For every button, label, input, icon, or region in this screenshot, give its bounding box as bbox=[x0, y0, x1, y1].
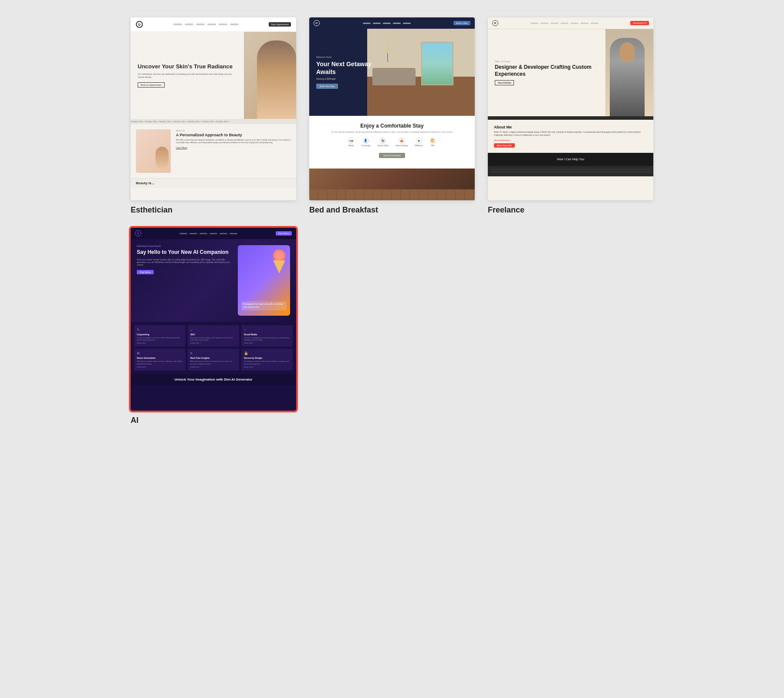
free-nav-links bbox=[531, 23, 598, 24]
bnb-nav-links bbox=[363, 23, 411, 24]
ai-service-secure-text: Your data is protected with industry-lea… bbox=[244, 360, 290, 364]
bnb-nav-link bbox=[383, 23, 391, 24]
ai-card-inner: Photographic ice cream cone with a choco… bbox=[241, 301, 287, 310]
bnb-amenities-btn: View All Amenities bbox=[379, 153, 405, 158]
bnb-preview[interactable]: D Book a Stay bbox=[309, 17, 475, 200]
free-logo: D bbox=[492, 20, 498, 26]
bnb-nav-link bbox=[363, 23, 371, 24]
bnb-icon-concierge-icon: 👤 bbox=[363, 138, 369, 144]
bnb-hero: Welcome Home Your Next Getaway Awaits St… bbox=[309, 29, 475, 116]
free-contact-btn: More About Me bbox=[494, 143, 515, 148]
ai-service-copywriting-text: Create compelling, on-brand content effo… bbox=[137, 337, 183, 341]
free-hero-image bbox=[605, 29, 653, 116]
est-nav-link bbox=[185, 24, 193, 25]
freelance-preview[interactable]: D Download CV Hello, I'm Sarah Designer … bbox=[488, 17, 653, 200]
bnb-hero-text: Welcome Home Your Next Getaway Awaits St… bbox=[309, 29, 384, 116]
bnb-floor-detail bbox=[309, 189, 475, 200]
esthetician-nav: D Book Appointment bbox=[131, 17, 296, 32]
card-bnb[interactable]: D Book a Stay bbox=[309, 17, 475, 215]
ai-bottom-text: Unlock Your Imagination with Divi AI Gen… bbox=[134, 378, 293, 381]
est-nav-link bbox=[196, 24, 205, 25]
free-hero: Hello, I'm Sarah Designer & Developer Cr… bbox=[488, 29, 653, 116]
bnb-label: Bed and Breakfast bbox=[309, 206, 475, 215]
ai-service-copywriting-icon: ✎ bbox=[137, 328, 141, 332]
ai-service-automation-link: Learn more → bbox=[137, 366, 183, 368]
bnb-icon-events-icon: 🎪 bbox=[399, 138, 405, 144]
est-hero-title: Uncover Your Skin's True Radiance bbox=[138, 63, 237, 71]
free-nav-link bbox=[561, 23, 568, 24]
ai-service-social-title: Social Media bbox=[244, 333, 290, 336]
est-nav-link bbox=[207, 24, 216, 25]
esthetician-preview[interactable]: D Book Appointment Uncover Your Skin's T… bbox=[131, 17, 296, 200]
ai-service-insights-icon: ≡ bbox=[190, 351, 195, 356]
est-hero-sub: Our esthetician services are dedicated t… bbox=[138, 73, 237, 79]
ai-nav-link bbox=[210, 233, 217, 234]
free-about-title: About Me bbox=[494, 125, 647, 129]
bnb-hero-btn: Book Your Stay bbox=[316, 84, 338, 89]
ai-ice-cone bbox=[273, 260, 285, 273]
free-nav-btn: Download CV bbox=[630, 21, 649, 25]
ai-nav-links bbox=[179, 233, 237, 234]
ai-nav-link bbox=[179, 233, 187, 234]
est-section-image bbox=[136, 129, 171, 173]
bnb-nav: D Book a Stay bbox=[309, 17, 475, 29]
est-nav-link bbox=[173, 24, 182, 25]
ai-service-automation-title: Smart Automation bbox=[137, 357, 183, 359]
ai-service-insights-text: Make data-driven decisions instantly wit… bbox=[190, 360, 237, 364]
free-hero-btn: View Portfolio bbox=[495, 80, 514, 85]
free-nav-link bbox=[541, 23, 548, 24]
bnb-icon-wellness-icon: ♥ bbox=[416, 138, 422, 144]
ai-nav-link bbox=[220, 233, 227, 234]
ai-service-social-icon: ↑ bbox=[244, 328, 248, 332]
ai-service-social-link: Learn more → bbox=[244, 342, 290, 344]
bnb-room-lamp bbox=[383, 46, 392, 77]
bnb-room-window bbox=[421, 42, 453, 85]
ai-service-seo: ⌕ SEO Boost your search rankings with op… bbox=[188, 325, 239, 347]
esthetician-label: Esthetician bbox=[131, 206, 296, 215]
ai-service-automation-text: Streamline repetitive tasks and boost ef… bbox=[137, 360, 183, 364]
bnb-nav-link bbox=[393, 23, 401, 24]
bnb-icon-meals-label: Meals bbox=[348, 145, 354, 147]
ai-service-copywriting-title: Copywriting bbox=[137, 333, 183, 336]
ai-nav-link bbox=[230, 233, 237, 234]
bnb-icon-store-label: Central Store bbox=[377, 145, 389, 147]
ai-service-seo-text: Boost your search rankings with optimize… bbox=[190, 337, 237, 341]
est-section-link: Learn More bbox=[176, 146, 291, 149]
bnb-hero-title: Your Next Getaway Awaits bbox=[316, 60, 377, 76]
est-hero-face bbox=[257, 40, 296, 119]
card-ai[interactable]: D Free Demo Delivering Accurate Results … bbox=[131, 228, 296, 425]
est-section-label: About Us bbox=[176, 129, 291, 132]
bnb-comfortable: Enjoy a Comfortable Stay At your bed & b… bbox=[309, 116, 475, 165]
ai-hero-title: Say Hello to Your New AI Companion bbox=[137, 249, 233, 256]
ai-preview[interactable]: D Free Demo Delivering Accurate Results … bbox=[131, 228, 296, 411]
empty-slot-1 bbox=[309, 228, 475, 425]
ai-services: ✎ Copywriting Create compelling, on-bran… bbox=[131, 322, 296, 374]
card-grid-row1: D Book Appointment Uncover Your Skin's T… bbox=[131, 17, 653, 215]
free-bottom-line2 bbox=[490, 171, 651, 173]
ai-service-social-text: Generate engaging posts and manage your … bbox=[244, 337, 290, 341]
ai-hero: Delivering Accurate Results Say Hello to… bbox=[131, 239, 296, 322]
bnb-icon-concierge: 👤 Concierge bbox=[361, 138, 370, 147]
ai-service-copywriting: ✎ Copywriting Create compelling, on-bran… bbox=[134, 325, 186, 347]
ai-service-social: ↑ Social Media Generate engaging posts a… bbox=[241, 325, 293, 347]
ai-nav-link bbox=[189, 233, 197, 234]
est-bottom: Beauty Is... bbox=[131, 178, 296, 188]
ai-service-insights: ≡ Real-Time Insights Make data-driven de… bbox=[188, 349, 239, 370]
free-hero-text: Hello, I'm Sarah Designer & Developer Cr… bbox=[488, 29, 605, 116]
est-logo: D bbox=[136, 21, 143, 28]
ai-nav-link bbox=[199, 233, 207, 234]
ai-service-secure-icon: 🔒 bbox=[244, 351, 248, 356]
card-freelance[interactable]: D Download CV Hello, I'm Sarah Designer … bbox=[488, 17, 653, 215]
card-esthetician[interactable]: D Book Appointment Uncover Your Skin's T… bbox=[131, 17, 296, 215]
free-social-link: @sarahsdesigns bbox=[494, 139, 647, 142]
ai-service-automation-icon: ⚙ bbox=[137, 351, 141, 356]
ai-service-secure-title: Secure by Design bbox=[244, 357, 290, 359]
bnb-icon-meals-icon: 🍽 bbox=[348, 138, 354, 144]
free-person-body bbox=[610, 38, 645, 116]
bnb-icon-events: 🎪 Event Hosting bbox=[395, 138, 408, 147]
ai-service-insights-link: Learn more → bbox=[190, 366, 237, 368]
ai-service-seo-title: SEO bbox=[190, 333, 237, 336]
free-black-bar: How I Can Help You bbox=[488, 153, 653, 166]
ai-hero-sub: Start your content creation journey with… bbox=[137, 259, 233, 267]
ai-hero-badge: Delivering Accurate Results bbox=[137, 245, 233, 247]
